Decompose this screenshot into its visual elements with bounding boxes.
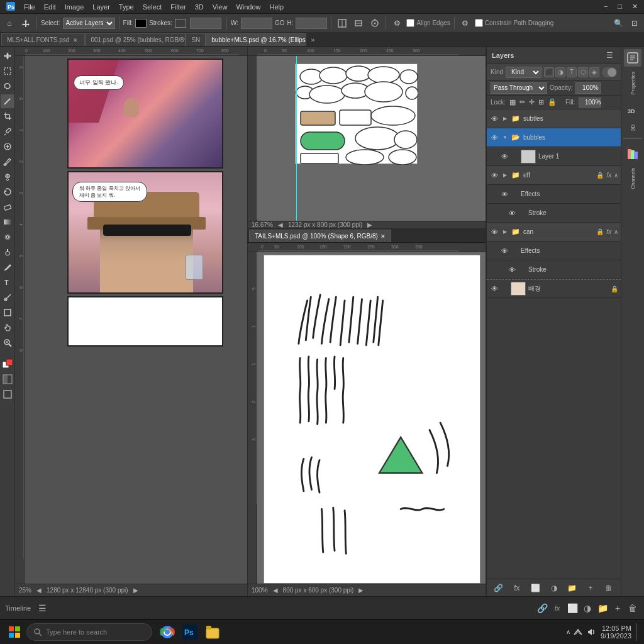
add-style-btn[interactable]: fx [510, 581, 524, 595]
timeline-mask-btn[interactable]: ⬜ [566, 602, 579, 614]
timeline-channel-btn[interactable]: ◑ [581, 602, 594, 614]
layer-can-stroke-eye[interactable]: 👁 [507, 265, 517, 275]
hand-tool[interactable] [1, 321, 14, 335]
tails-document[interactable] [264, 255, 480, 584]
menu-help[interactable]: Help [266, 2, 288, 12]
canvas-left-content[interactable]: 너무 일찍 왔나. [25, 56, 247, 584]
timeline-folder-btn[interactable]: 📁 [596, 602, 609, 614]
menu-edit[interactable]: Edit [40, 2, 60, 12]
eraser-tool[interactable] [1, 200, 14, 214]
tails-canvas-content[interactable] [257, 252, 486, 584]
bubble-canvas-content[interactable] [257, 56, 486, 221]
quick-mask-btn[interactable] [1, 372, 14, 386]
taskbar-explorer[interactable] [203, 622, 223, 642]
layer-eff-expand[interactable]: ▶ [502, 172, 508, 179]
new-layer-btn[interactable]: + [584, 581, 597, 595]
properties-label[interactable]: Properties [630, 69, 636, 97]
timeline-link-btn[interactable]: 🔗 [536, 602, 548, 614]
3d-label[interactable]: 3D [630, 122, 636, 133]
layer-eff[interactable]: 👁 ▶ 📁 eff 🔒 fx ∧ [487, 166, 621, 185]
filter-shape-icon[interactable]: ⬡ [578, 67, 588, 77]
menu-view[interactable]: View [209, 2, 231, 12]
lock-pixels-icon[interactable]: ✏ [519, 98, 525, 106]
select-dropdown[interactable]: Active Layers [63, 18, 115, 29]
close-btn[interactable]: ✕ [628, 1, 641, 12]
shape-tool[interactable] [1, 306, 14, 319]
kind-select[interactable]: Kind [506, 67, 541, 78]
gradient-tool[interactable] [1, 215, 14, 229]
layer-eff-eye[interactable]: 👁 [489, 170, 499, 180]
delete-layer-btn[interactable]: 🗑 [602, 581, 616, 595]
tab-001[interactable]: 001.psd @ 25% (bubbles, RGB/8*) ✕ [85, 33, 186, 46]
3d-btn[interactable]: 3D [624, 102, 641, 119]
clone-tool[interactable] [1, 170, 14, 184]
tab-bubble[interactable]: bubble+MLS.psd @ 16.7% (Ellipse 3, RGB/8… [206, 33, 306, 46]
align-edges-check[interactable] [406, 19, 414, 27]
link-layers-btn[interactable]: 🔗 [492, 581, 506, 595]
layer-eff-stroke[interactable]: 👁 Stroke [487, 204, 621, 223]
tab-more-btn[interactable]: » [306, 33, 319, 46]
layer-can[interactable]: 👁 ▶ 📁 can 🔒 fx ∧ [487, 223, 621, 242]
settings-btn[interactable]: ⚙ [390, 16, 404, 30]
height-input[interactable] [296, 18, 327, 29]
properties-btn[interactable] [624, 49, 641, 67]
show-desktop-btn[interactable] [636, 623, 639, 641]
menu-select[interactable]: Select [139, 2, 166, 12]
layer-eff-effects-eye[interactable]: 👁 [499, 189, 509, 199]
channels-btn[interactable] [624, 145, 641, 163]
tab-sn[interactable]: SN [186, 33, 206, 46]
lasso-tool[interactable] [1, 79, 14, 93]
opacity-input[interactable]: 100% [575, 82, 601, 94]
tab-mls-fonts-close[interactable]: ✕ [72, 36, 79, 44]
align-btn2[interactable] [352, 16, 365, 30]
layer-subtles-expand[interactable]: ▶ [502, 116, 508, 122]
lock-position-icon[interactable]: ✛ [529, 98, 535, 106]
pen-tool[interactable] [1, 260, 14, 274]
menu-image[interactable]: Image [61, 2, 88, 12]
stroke-swatch[interactable] [175, 19, 186, 28]
transform-btn[interactable] [368, 16, 382, 30]
healing-tool[interactable] [1, 140, 14, 153]
taskbar-photoshop[interactable]: Ps [180, 622, 200, 642]
select-tool[interactable] [1, 64, 14, 78]
minimize-btn[interactable]: − [600, 1, 611, 12]
tray-up-arrow[interactable]: ∧ [566, 628, 570, 635]
tab-mls-fonts[interactable]: MLS+ALL FONTS.psd ✕ [1, 33, 85, 46]
layer-can-stroke[interactable]: 👁 Stroke [487, 260, 621, 279]
path-select-tool[interactable] [1, 291, 14, 304]
taskbar-search[interactable]: Type here to search [26, 623, 152, 641]
menu-file[interactable]: File [20, 2, 39, 12]
layer-eff-effects[interactable]: 👁 Effects [487, 185, 621, 204]
lock-icon[interactable]: Lock: [491, 99, 506, 106]
timeline-fx-btn[interactable]: fx [551, 602, 564, 614]
layer-bubbles[interactable]: 👁 ▼ 📂 bubbles [487, 128, 621, 147]
tails-tab[interactable]: TAILS+MLS.psd @ 100% (Shape 6, RGB/8) ✕ [249, 230, 391, 242]
fill-swatch[interactable] [135, 19, 147, 28]
layer-1[interactable]: 👁 Layer 1 [487, 147, 621, 166]
move-tool-btn[interactable] [19, 16, 33, 30]
menu-window[interactable]: Window [232, 2, 264, 12]
menu-filter[interactable]: Filter [167, 2, 189, 12]
layer-bubbles-expand[interactable]: ▼ [502, 135, 508, 141]
layer-subtles-eye[interactable]: 👁 [489, 114, 499, 124]
lock-artboard-icon[interactable]: ⊞ [538, 98, 544, 106]
workspace-btn[interactable]: ⊡ [628, 16, 641, 30]
color-swatches[interactable] [1, 357, 14, 371]
align-btn1[interactable] [335, 16, 349, 30]
layer-can-effects[interactable]: 👁 Effects [487, 242, 621, 260]
width-input[interactable] [241, 18, 272, 29]
wand-tool[interactable] [1, 94, 14, 108]
zoom-tool[interactable] [1, 336, 14, 350]
move-tool[interactable] [1, 49, 14, 63]
fill-input[interactable]: 100% [579, 97, 601, 108]
brush-tool[interactable] [1, 155, 14, 169]
dodge-tool[interactable] [1, 245, 14, 259]
menu-layer[interactable]: Layer [89, 2, 114, 12]
filter-adjust-icon[interactable]: ◑ [555, 67, 565, 77]
menu-3d[interactable]: 3D [191, 2, 208, 12]
timeline-delete-btn[interactable]: 🗑 [626, 602, 639, 614]
crop-tool[interactable] [1, 109, 14, 123]
filter-toggle[interactable] [602, 67, 617, 77]
add-mask-btn[interactable]: ⬜ [528, 581, 542, 595]
layer-eff-collapse[interactable]: ∧ [614, 172, 618, 179]
